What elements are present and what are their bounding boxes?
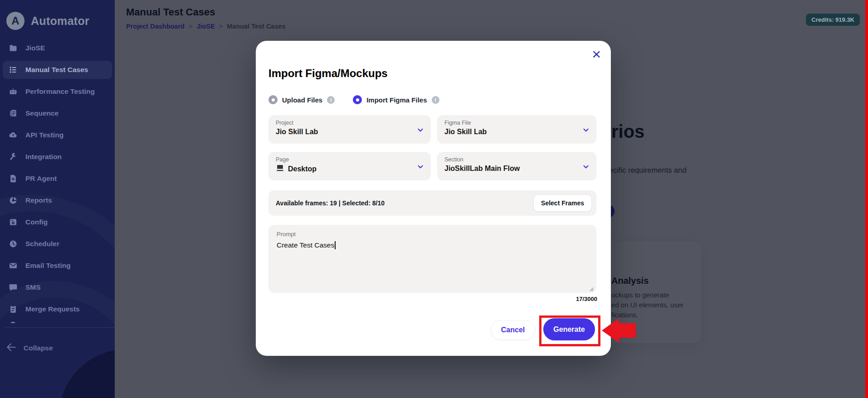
figma-field-grid: Project Jio Skill Lab Figma File Jio Ski… xyxy=(268,115,596,180)
app-logo: A Automator xyxy=(6,12,89,30)
select-frames-button[interactable]: Select Frames xyxy=(533,194,592,212)
radio-icon xyxy=(353,95,362,104)
sidebar-item-manual-test-cases[interactable]: Manual Test Cases xyxy=(3,61,112,79)
sidebar-item-performance-testing[interactable]: Performance Testing xyxy=(3,83,112,101)
sidebar-item-pr-agent[interactable]: PR Agent xyxy=(3,170,112,188)
frames-summary: Available frames: 19 | Selected: 8/10 xyxy=(276,199,385,207)
arrow-left-icon xyxy=(5,341,17,355)
sidebar-item-label: SMS xyxy=(25,283,41,291)
doc-gear-icon xyxy=(8,174,18,184)
sidebar-item-sequence[interactable]: Sequence xyxy=(3,104,112,122)
sidebar-nav: JioSE Manual Test Cases Performance Test… xyxy=(3,39,112,322)
radio-icon xyxy=(268,95,278,104)
collapse-label: Collapse xyxy=(24,344,53,352)
resize-handle-icon[interactable] xyxy=(588,285,594,291)
chevron-down-icon xyxy=(416,126,424,136)
sidebar-item-api-testing[interactable]: API Testing xyxy=(3,126,112,144)
prompt-label: Prompt xyxy=(277,231,588,238)
list-icon xyxy=(8,65,18,75)
chat-bubble-icon xyxy=(8,282,18,292)
envelope-icon xyxy=(8,261,18,271)
robot-icon xyxy=(8,87,18,97)
screenshot-right-border xyxy=(865,0,868,398)
page-select[interactable]: Page Desktop xyxy=(268,152,431,180)
project-select[interactable]: Project Jio Skill Lab xyxy=(268,115,431,144)
prompt-value: Create Test Cases xyxy=(277,241,588,249)
document-icon xyxy=(8,108,18,118)
annotation-arrow-shaft xyxy=(616,323,636,338)
close-icon[interactable]: × xyxy=(589,44,604,64)
sidebar-item-label: Sequence xyxy=(25,109,59,117)
import-figma-mockups-dialog: × Import Figma/Mockups Upload Files i Im… xyxy=(256,41,611,356)
import-mode-radio-group: Upload Files i Import Figma Files i xyxy=(268,95,439,104)
desktop-icon xyxy=(276,165,284,174)
sidebar-divider xyxy=(5,327,115,328)
chevron-down-icon xyxy=(416,163,424,173)
chevron-down-icon xyxy=(582,126,590,136)
sidebar-item-scheduler[interactable]: Scheduler xyxy=(3,235,112,253)
sidebar-item-label: Manual Test Cases xyxy=(25,66,88,74)
sidebar-item-reports[interactable]: Reports xyxy=(3,191,112,209)
sidebar-item-jiose[interactable]: JioSE xyxy=(3,39,112,57)
sidebar-item-label: API Testing xyxy=(25,131,63,139)
clock-icon xyxy=(8,239,18,249)
folder-icon xyxy=(8,43,18,53)
app-logo-icon: A xyxy=(6,12,24,30)
figma-file-select[interactable]: Figma File Jio Skill Lab xyxy=(437,115,596,144)
credits-badge: Credits: 919.3K xyxy=(806,14,860,26)
radio-import-figma-files[interactable]: Import Figma Files i xyxy=(353,95,439,104)
sidebar-item-merge-requests[interactable]: Merge Requests xyxy=(3,300,112,318)
sidebar-item-label: Merge Requests xyxy=(25,305,80,313)
cloud-icon xyxy=(8,130,18,140)
section-select[interactable]: Section JioSkillLab Main Flow xyxy=(437,152,596,180)
sidebar: A Automator JioSE Manual Test Cases Perf… xyxy=(0,0,115,398)
pie-chart-icon xyxy=(8,195,18,205)
sidebar-item-label: PR Agent xyxy=(25,175,57,183)
annotation-highlight-rect xyxy=(539,315,600,346)
sidebar-partial-item xyxy=(11,322,15,323)
app-logo-text: Automator xyxy=(31,15,89,28)
char-counter: 17/3000 xyxy=(576,296,597,302)
sidebar-item-label: Integration xyxy=(25,153,62,161)
sidebar-item-label: JioSE xyxy=(25,44,45,52)
sidebar-item-label: Performance Testing xyxy=(25,87,95,96)
sidebar-item-label: Config xyxy=(25,218,48,226)
sidebar-item-sms[interactable]: SMS xyxy=(3,278,112,296)
sidebar-item-label: Reports xyxy=(25,196,52,204)
collapse-button[interactable]: Collapse xyxy=(5,340,53,356)
chevron-down-icon xyxy=(582,163,590,173)
gear-icon xyxy=(8,217,18,227)
frames-summary-bar: Available frames: 19 | Selected: 8/10 Se… xyxy=(268,190,596,216)
info-icon: i xyxy=(432,96,439,104)
sidebar-item-integration[interactable]: Integration xyxy=(3,148,112,166)
wrench-icon xyxy=(8,152,18,162)
sidebar-item-label: Email Testing xyxy=(25,262,71,270)
sidebar-item-config[interactable]: Config xyxy=(3,213,112,231)
dialog-title: Import Figma/Mockups xyxy=(268,67,388,80)
sidebar-item-email-testing[interactable]: Email Testing xyxy=(3,257,112,275)
info-icon: i xyxy=(327,96,335,104)
sidebar-item-label: Scheduler xyxy=(25,240,59,248)
cancel-button[interactable]: Cancel xyxy=(491,320,535,340)
clipboard-icon xyxy=(8,304,18,314)
text-cursor xyxy=(335,241,336,249)
radio-upload-files[interactable]: Upload Files i xyxy=(268,95,335,104)
prompt-textarea[interactable]: Prompt Create Test Cases xyxy=(268,225,596,293)
